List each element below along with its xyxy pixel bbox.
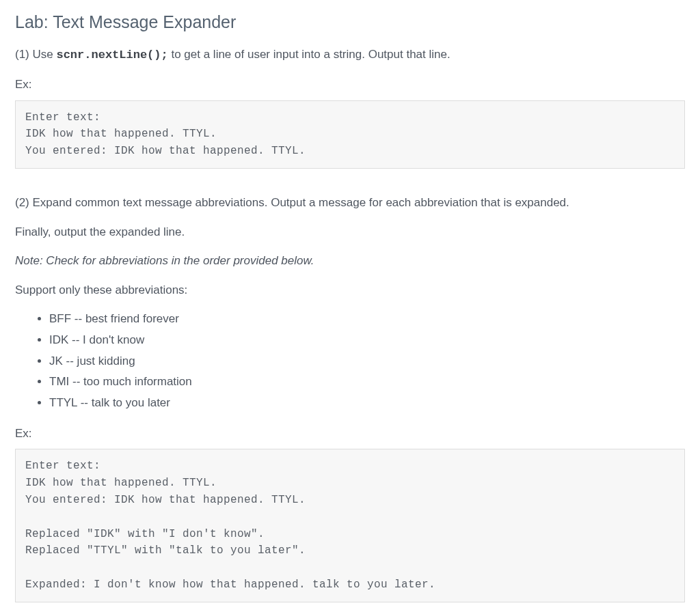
example-label-1: Ex: [15,76,685,94]
list-item: JK -- just kidding [49,353,685,370]
example-label-2: Ex: [15,426,685,443]
example-output-2: Enter text: IDK how that happened. TTYL.… [15,449,685,602]
step1-pre-text: (1) Use [15,48,56,61]
step1-post-text: to get a line of user input into a strin… [168,48,450,61]
abbreviation-list: BFF -- best friend forever IDK -- I don'… [15,311,685,411]
step2-line2: Finally, output the expanded line. [15,224,685,241]
lab-document: Lab: Text Message Expander (1) Use scnr.… [0,0,700,612]
page-title: Lab: Text Message Expander [15,10,685,34]
support-label: Support only these abbreviations: [15,282,685,299]
list-item: IDK -- I don't know [49,332,685,349]
list-item: BFF -- best friend forever [49,311,685,328]
step1-paragraph: (1) Use scnr.nextLine(); to get a line o… [15,46,685,64]
example-output-1: Enter text: IDK how that happened. TTYL.… [15,100,685,169]
order-note: Note: Check for abbreviations in the ord… [15,253,685,270]
list-item: TTYL -- talk to you later [49,395,685,412]
step2-line1: (2) Expand common text message abbreviat… [15,195,685,212]
inline-code: scnr.nextLine(); [56,48,167,61]
list-item: TMI -- too much information [49,374,685,391]
